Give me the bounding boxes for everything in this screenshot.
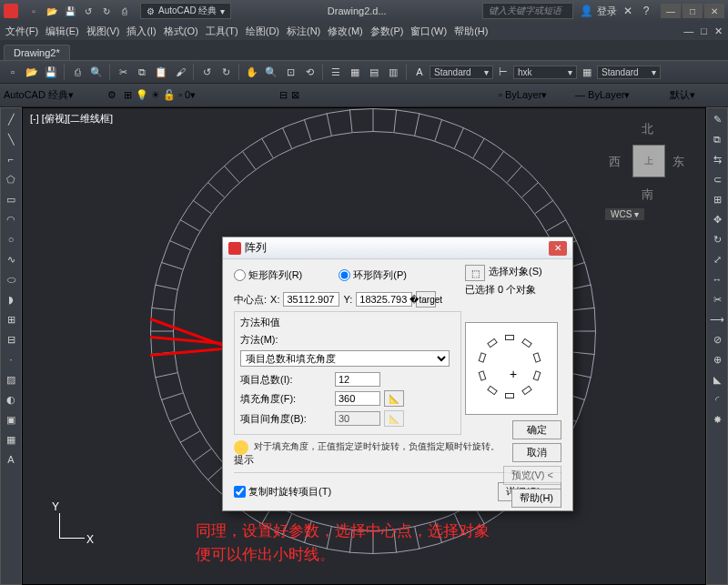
mdi-minimize[interactable]: —	[683, 25, 693, 36]
navcube-east[interactable]: 东	[672, 154, 684, 170]
pick-fill-button[interactable]: 📐	[384, 390, 404, 407]
ellipse-arc-icon[interactable]: ◗	[2, 290, 20, 308]
line-tool-icon[interactable]: ╱	[2, 110, 20, 128]
qat-print-icon[interactable]: ⎙	[116, 3, 133, 19]
menu-format[interactable]: 格式(O)	[164, 25, 198, 38]
scale-tool-icon[interactable]: ⤢	[708, 250, 726, 268]
menu-modify[interactable]: 修改(M)	[328, 25, 363, 38]
redo-icon[interactable]: ↻	[217, 63, 235, 81]
zoom-prev-icon[interactable]: ⟲	[300, 63, 318, 81]
break-tool-icon[interactable]: ⊘	[708, 330, 726, 348]
zoom-win-icon[interactable]: ⊡	[281, 63, 299, 81]
layer-off-icon[interactable]: ⊠	[291, 89, 299, 101]
trim-tool-icon[interactable]: ✂	[708, 290, 726, 308]
login-link[interactable]: 登录	[597, 4, 617, 18]
navcube-top[interactable]: 上	[632, 145, 665, 177]
region-tool-icon[interactable]: ▣	[2, 410, 20, 429]
qat-undo-icon[interactable]: ↺	[80, 3, 96, 19]
qat-new-icon[interactable]: ▫	[25, 3, 42, 19]
dim-style-icon[interactable]: ⊢	[494, 63, 512, 81]
wcs-dropdown[interactable]: WCS ▾	[605, 208, 644, 220]
mdi-close[interactable]: ✕	[714, 25, 723, 37]
pick-center-button[interactable]: �target	[416, 291, 436, 308]
gradient-icon[interactable]: ◐	[2, 390, 20, 408]
viewport-label[interactable]: [-] [俯视][二维线框]	[30, 112, 113, 126]
stretch-tool-icon[interactable]: ↔	[708, 270, 726, 288]
chamfer-tool-icon[interactable]: ◣	[708, 370, 726, 388]
ellipse-tool-icon[interactable]: ⬭	[2, 270, 20, 288]
text-style-icon[interactable]: A	[410, 63, 429, 81]
extend-tool-icon[interactable]: ⟶	[708, 310, 726, 328]
offset-tool-icon[interactable]: ⊂	[708, 170, 726, 188]
point-tool-icon[interactable]: ·	[2, 350, 20, 368]
menu-param[interactable]: 参数(P)	[370, 25, 404, 38]
qat-save-icon[interactable]: 💾	[62, 3, 78, 19]
fillet-tool-icon[interactable]: ◜	[708, 390, 726, 408]
dialog-close-button[interactable]: ✕	[549, 241, 567, 256]
color-combo[interactable]: ▫ ByLayer▾	[499, 89, 571, 101]
menu-dim[interactable]: 标注(N)	[287, 25, 320, 38]
menu-view[interactable]: 视图(V)	[86, 25, 120, 38]
dialog-titlebar[interactable]: 阵列 ✕	[223, 237, 572, 259]
close-button[interactable]: ✕	[704, 4, 724, 18]
copy-icon[interactable]: ⧉	[133, 63, 151, 81]
navcube-south[interactable]: 南	[642, 187, 653, 203]
center-x-input[interactable]	[283, 292, 339, 307]
mdi-restore[interactable]: □	[701, 25, 707, 36]
xline-tool-icon[interactable]: ╲	[2, 130, 20, 148]
menu-draw[interactable]: 绘图(D)	[246, 25, 279, 38]
cut-icon[interactable]: ✂	[114, 63, 132, 81]
table-style-combo[interactable]: Standard▾	[597, 66, 661, 79]
text-tool-icon[interactable]: A	[2, 450, 20, 469]
minimize-button[interactable]: —	[661, 4, 681, 18]
workspace-combo2[interactable]: AutoCAD 经典▾	[4, 88, 104, 102]
method-select[interactable]: 项目总数和填充角度	[240, 350, 450, 367]
menu-insert[interactable]: 插入(I)	[126, 25, 156, 38]
mirror-tool-icon[interactable]: ⇆	[708, 150, 726, 168]
make-block-icon[interactable]: ⊟	[2, 330, 20, 348]
workspace-dropdown[interactable]: ⚙ AutoCAD 经典 ▾	[140, 3, 231, 19]
spline-tool-icon[interactable]: ∿	[2, 250, 20, 268]
navcube-north[interactable]: 北	[642, 121, 653, 137]
view-cube[interactable]: 北 南 西 东 上 WCS ▾	[605, 117, 687, 227]
layer-prop-icon[interactable]: ⊞	[124, 89, 132, 101]
layer-combo[interactable]: 💡 ☀ 🔓 ▫ 0▾	[136, 89, 272, 101]
explode-tool-icon[interactable]: ✸	[708, 410, 726, 429]
print-icon[interactable]: ⎙	[68, 63, 86, 81]
pline-tool-icon[interactable]: ⌐	[2, 150, 20, 168]
ssm-icon[interactable]: ▥	[384, 63, 402, 81]
linetype-combo[interactable]: — ByLayer▾	[575, 89, 666, 101]
menu-help[interactable]: 帮助(H)	[454, 25, 488, 38]
help-button[interactable]: 帮助(H)	[511, 489, 561, 508]
arc-tool-icon[interactable]: ◠	[2, 210, 20, 228]
preview-button[interactable]: 预览(V) <	[503, 466, 561, 485]
menu-window[interactable]: 窗口(W)	[410, 25, 447, 38]
insert-block-icon[interactable]: ⊞	[2, 310, 20, 328]
menu-file[interactable]: 文件(F)	[5, 25, 38, 38]
paste-icon[interactable]: 📋	[152, 63, 170, 81]
doc-tab[interactable]: Drawing2*	[4, 45, 70, 60]
table-style-icon[interactable]: ▦	[578, 63, 596, 81]
rotate-checkbox[interactable]: 复制时旋转项目(T)	[234, 485, 331, 499]
pan-icon[interactable]: ✋	[243, 63, 261, 81]
items-input[interactable]	[335, 372, 380, 387]
rect-tool-icon[interactable]: ▭	[2, 190, 20, 208]
maximize-button[interactable]: □	[682, 4, 703, 18]
dim-style-combo[interactable]: hxk▾	[513, 66, 577, 79]
join-tool-icon[interactable]: ⊕	[708, 350, 726, 368]
polygon-tool-icon[interactable]: ⬠	[2, 170, 20, 188]
rotate-tool-icon[interactable]: ↻	[708, 230, 726, 248]
navcube-west[interactable]: 西	[609, 154, 621, 170]
search-input[interactable]: 键入关键字或短语	[482, 3, 573, 19]
user-icon[interactable]: 👤	[579, 4, 593, 18]
hatch-tool-icon[interactable]: ▨	[2, 370, 20, 388]
copy-tool-icon[interactable]: ⧉	[708, 130, 726, 148]
dc-icon[interactable]: ▦	[346, 63, 364, 81]
gear-icon[interactable]: ⚙	[107, 89, 116, 101]
array-tool-icon[interactable]: ⊞	[708, 190, 726, 208]
center-y-input[interactable]	[356, 292, 412, 307]
ok-button[interactable]: 确定	[512, 420, 561, 439]
circle-tool-icon[interactable]: ○	[2, 230, 20, 248]
select-objects-button[interactable]: ⬚	[465, 265, 485, 281]
rect-array-radio[interactable]: 矩形阵列(R)	[234, 268, 302, 282]
